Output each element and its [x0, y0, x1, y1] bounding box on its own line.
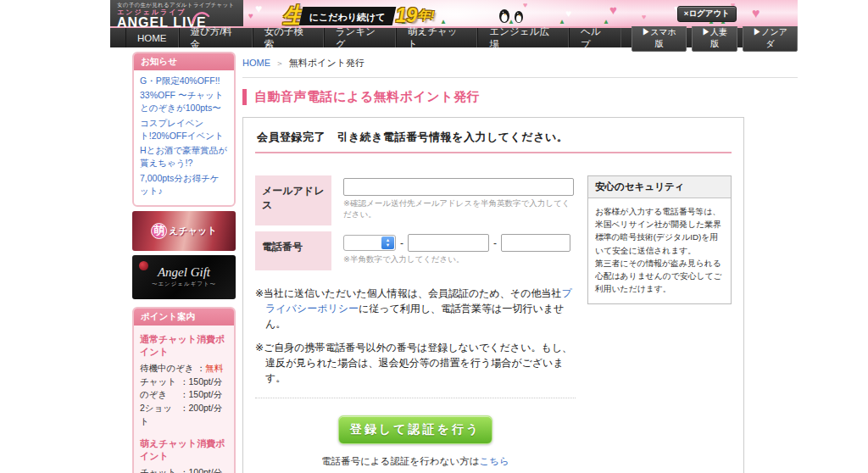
points-row: チャット：100pt/分 — [140, 466, 228, 473]
registration-panel: 会員登録完了 引き続き電話番号情報を入力してください。 メールアドレス ※確認メ… — [242, 117, 744, 473]
site-header: 女の子の生が見れるアダルトライブチャット エンジェルライブ ANGEL LIVE… — [110, 0, 798, 28]
angel-gift-banner[interactable]: Angel Gift 〜エンジェルギフト〜 — [132, 255, 236, 299]
points-row-value: ：150pt/分 — [180, 376, 222, 387]
notice-box-body: G・P限定40%OFF!! 33%OFF 〜チャットとのぞきが100pts〜 コ… — [134, 70, 234, 205]
points-row-label: 待機中のぞき ： — [140, 363, 205, 373]
phone-dash: - — [400, 237, 403, 249]
breadcrumb-current: 無料ポイント発行 — [289, 58, 364, 68]
heart-icon: ♥ — [565, 8, 571, 19]
notice-link[interactable]: コスプレイベント!20%OFFイベント — [140, 117, 228, 142]
tree-icon: ▲ — [603, 19, 609, 25]
logout-button[interactable]: ×ログアウト — [677, 6, 737, 22]
email-input[interactable] — [343, 178, 574, 196]
phone-middle-input[interactable] — [408, 234, 489, 252]
points-box-body: 通常チャット消費ポイント 待機中のぞき ：無料 チャット：150pt/分 のぞき… — [134, 326, 234, 473]
email-note: ※確認メール送付先メールアドレスを半角英数字で入力してください。 — [343, 198, 576, 220]
heart-icon: ♥ — [752, 7, 760, 20]
phone-dash: - — [493, 237, 497, 249]
phone-prefix-select[interactable]: ▲▼ — [343, 235, 396, 251]
notes-section: ※当社に送信いただいた個人情報は、会員認証のため、その他当社プライバシーポリシー… — [255, 286, 576, 386]
main-nav: HOME 遊び方/料金 女の子検索 ランキング 萌えチャット エンジェル広場 ヘ… — [110, 28, 798, 47]
points-row: チャット：150pt/分 — [140, 376, 228, 389]
security-box: 安心のセキュリティ お客様が入力する電話番号等は、米国ベリサイン社が開発した業界… — [587, 175, 732, 304]
content-area: お知らせ G・P限定40%OFF!! 33%OFF 〜チャットとのぞきが100p… — [110, 47, 798, 473]
nav-item-howto[interactable]: 遊び方/料金 — [179, 28, 253, 47]
smartphone-version-button[interactable]: ▶スマホ版 — [632, 24, 687, 52]
nav-item-ranking[interactable]: ランキング — [324, 28, 396, 47]
notice-link[interactable]: Hとお酒で豪華賞品が貰えちゃう!? — [140, 144, 228, 170]
skip-verification-line: 電話番号による認証を行わない方はこちら — [255, 455, 576, 468]
points-box: ポイント案内 通常チャット消費ポイント 待機中のぞき ：無料 チャット：150p… — [132, 307, 236, 473]
points-row-value: ：200pt/分 — [180, 403, 222, 413]
panel-body: メールアドレス ※確認メール送付先メールアドレスを半角英数字で入力してください。… — [255, 175, 732, 468]
site-logo[interactable]: 女の子の生が見れるアダルトライブチャット エンジェルライブ ANGEL LIVE — [110, 0, 243, 26]
security-text-1: お客様が入力する電話番号等は、米国ベリサイン社が開発した業界標準の暗号技術(デジ… — [595, 205, 724, 257]
nav-item-girl-search[interactable]: 女の子検索 — [253, 28, 324, 47]
section-heading: 会員登録完了 引き続き電話番号情報を入力してください。 — [255, 126, 732, 153]
campaign-19-text: 19 — [396, 4, 418, 26]
breadcrumb: HOME＞無料ポイント発行 — [242, 57, 798, 78]
points-row-label: チャット — [140, 466, 180, 473]
rose-icon — [139, 261, 148, 270]
nonadult-version-button[interactable]: ▶ノンアダ — [743, 24, 798, 52]
campaign-year-text: 年! — [417, 8, 434, 24]
email-row: メールアドレス ※確認メール送付先メールアドレスを半角英数字で入力してください。 — [255, 175, 576, 225]
nav-item-angel-plaza[interactable]: エンジェル広場 — [477, 28, 569, 47]
points-row: 2ショット：200pt/分 — [140, 402, 228, 429]
brand-name-en: ANGEL LIVE — [117, 17, 243, 29]
nav-item-moe-chat[interactable]: 萌えチャット — [396, 28, 477, 47]
breadcrumb-home-link[interactable]: HOME — [242, 58, 270, 68]
hitozuma-version-button[interactable]: ▶人妻版 — [692, 24, 737, 52]
notice-link[interactable]: 33%OFF 〜チャットとのぞきが100pts〜 — [140, 89, 228, 114]
notice-box-title: お知らせ — [134, 53, 234, 70]
phone-warning-note: ※ご自身の携帯電話番号以外の番号は登録しないでください。もし、違反が見られた場合… — [255, 340, 576, 386]
skip-text: 電話番号による認証を行わない方は — [321, 456, 479, 466]
nav-item-help[interactable]: ヘルプ — [569, 28, 621, 47]
privacy-note-text: ※当社に送信いただいた個人情報は、会員認証のため、その他当社 — [255, 287, 561, 299]
privacy-note: ※当社に送信いただいた個人情報は、会員認証のため、その他当社プライバシーポリシー… — [255, 286, 576, 331]
email-field-cell: ※確認メール送付先メールアドレスを半角英数字で入力してください。 — [331, 175, 576, 225]
heart-icon: ♥ — [642, 14, 646, 21]
moe-chat-banner[interactable]: 萌 えチャット — [132, 211, 236, 251]
points-row-value: ：100pt/分 — [180, 467, 222, 473]
points-row-label: チャット — [140, 376, 180, 389]
nav-item-home[interactable]: HOME — [125, 28, 179, 47]
security-box-body: お客様が入力する電話番号等は、米国ベリサイン社が開発した業界標準の暗号技術(デジ… — [588, 198, 731, 303]
register-verify-button[interactable]: 登録して認証を行う — [338, 415, 492, 444]
points-row-label: のぞき — [140, 388, 180, 402]
breadcrumb-separator-icon: ＞ — [275, 58, 284, 68]
notice-box: お知らせ G・P限定40%OFF!! 33%OFF 〜チャットとのぞきが100p… — [132, 52, 236, 207]
points-row: 待機中のぞき ：無料 — [140, 362, 228, 376]
logo-swoosh-icon — [192, 10, 210, 24]
main-column: HOME＞無料ポイント発行 自動音声電話による無料ポイント発行 会員登録完了 引… — [242, 57, 798, 473]
angel-gift-subtitle: 〜エンジェルギフト〜 — [152, 281, 216, 288]
skip-link[interactable]: こちら — [479, 456, 509, 466]
normal-chat-points-heading: 通常チャット消費ポイント — [140, 333, 228, 359]
security-text-2: 第三者にその情報が盗み見られる心配はありませんので安心してご利用いただけます。 — [595, 257, 724, 296]
points-row: のぞき：150pt/分 — [140, 388, 228, 402]
page: 女の子の生が見れるアダルトライブチャット エンジェルライブ ANGEL LIVE… — [110, 0, 798, 473]
points-row-label: 2ショット — [140, 402, 180, 429]
phone-note: ※半角数字で入力してください。 — [343, 254, 570, 265]
moe-chat-points-heading: 萌えチャット消費ポイント — [140, 437, 228, 463]
page-title: 自動音声電話による無料ポイント発行 — [242, 89, 798, 105]
notice-link[interactable]: G・P限定40%OFF!! — [140, 75, 228, 87]
dotted-divider — [255, 398, 576, 398]
notice-link[interactable]: 7,000pts分お得チケット♪ — [140, 172, 228, 198]
tree-icon: ▲ — [440, 19, 447, 25]
campaign-ribbon: にこだわり続けて — [299, 7, 396, 25]
submit-area: 登録して認証を行う 電話番号による認証を行わない方はこちら — [255, 415, 576, 468]
angel-gift-title: Angel Gift — [158, 265, 210, 280]
tree-icon: ▲ — [559, 19, 565, 25]
moe-badge: 萌 — [151, 223, 167, 239]
points-row-value: ：150pt/分 — [180, 389, 222, 399]
nav-button-group: ▶スマホ版 ▶人妻版 ▶ノンアダ — [632, 28, 798, 47]
campaign-banner: ♥ ♥ ♥ ♥ ♥ ♥ ♥ ♥ ♥ ▲ ▲ ▲ ▲ ▲ ▲ ▲ 生 にこだわり続… — [243, 0, 798, 26]
points-free-value: 無料 — [205, 363, 223, 373]
phone-label: 電話番号 — [255, 231, 331, 270]
security-box-title: 安心のセキュリティ — [588, 176, 731, 198]
heart-icon: ♥ — [609, 3, 617, 16]
phone-last-input[interactable] — [501, 234, 570, 252]
email-label: メールアドレス — [255, 175, 331, 225]
phone-field-cell: ▲▼-- ※半角数字で入力してください。 — [331, 231, 570, 270]
